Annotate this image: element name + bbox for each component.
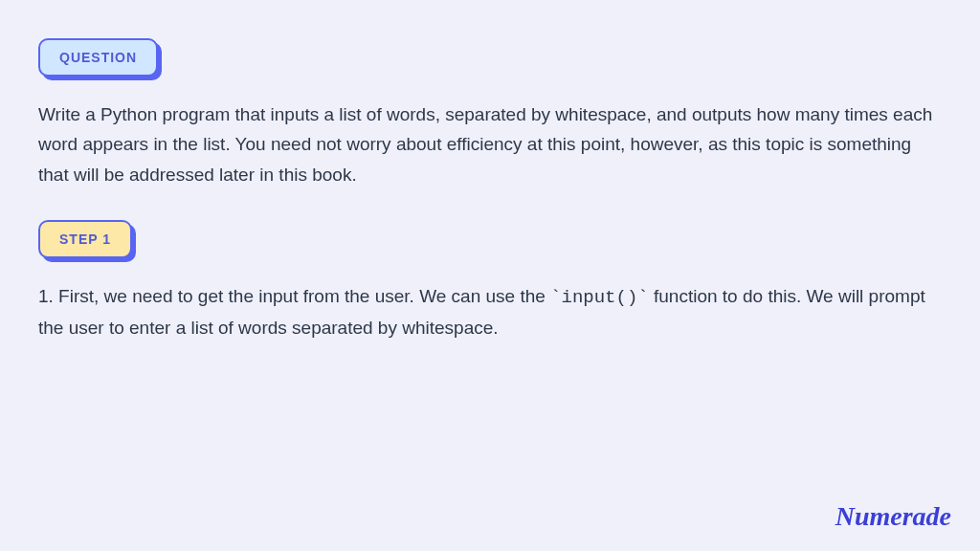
- step-text-prefix: 1. First, we need to get the input from …: [38, 286, 550, 306]
- step-text: 1. First, we need to get the input from …: [38, 281, 942, 343]
- step-badge: STEP 1: [38, 220, 132, 258]
- step-badge-label: STEP 1: [38, 220, 132, 258]
- question-badge: QUESTION: [38, 38, 158, 77]
- question-badge-label: QUESTION: [38, 38, 158, 77]
- numerade-logo: Numerade: [835, 501, 951, 532]
- question-text: Write a Python program that inputs a lis…: [38, 99, 942, 189]
- step-code: `input()`: [550, 287, 649, 308]
